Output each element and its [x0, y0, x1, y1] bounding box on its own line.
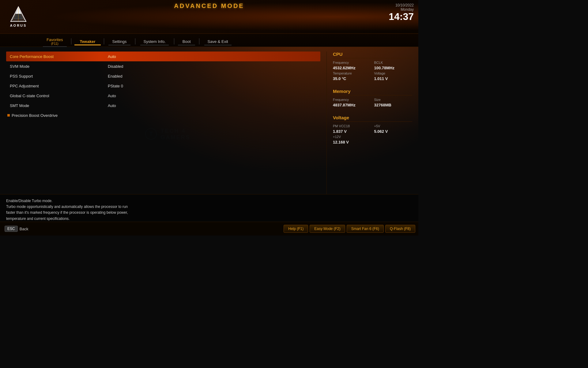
tab-system-info-label: System Info. — [144, 39, 166, 44]
memory-size-value: 32768MB — [374, 103, 413, 107]
tab-settings-label: Settings — [112, 39, 127, 44]
smart-fan-button[interactable]: Smart Fan 6 (F6) — [347, 225, 384, 233]
memory-frequency-label: Frequency — [333, 98, 371, 102]
setting-name-svm-mode: SVM Mode — [6, 64, 104, 69]
tab-favorites[interactable]: Favorites (F11) — [40, 36, 70, 47]
tab-system-info[interactable]: System Info. — [137, 38, 172, 45]
plus5v-value: 5.062 V — [374, 129, 413, 134]
datetime-area: 10/10/2022 Monday 14:37 — [389, 3, 414, 21]
help-button[interactable]: Help (F1) — [284, 225, 308, 233]
nav-divider-1 — [71, 38, 71, 44]
description-text: Enable/Disable Turbo mode. Turbo mode op… — [6, 198, 412, 222]
memory-info-grid: Frequency Size 4837.87MHz 32768MB — [333, 98, 412, 107]
memory-size-label: Size — [374, 98, 413, 102]
description-line2: Turbo mode opportunistically and automat… — [6, 204, 412, 210]
title-area: ADVANCED MODE — [174, 2, 244, 10]
plus12v-value: 12.168 V — [333, 140, 371, 144]
setting-ppc-adjustment[interactable]: PPC Adjustment PState 0 — [6, 81, 320, 91]
watermark-text1: TECH 4 — [160, 128, 190, 134]
time-display: 14:37 — [389, 12, 414, 21]
memory-frequency-value: 4837.87MHz — [333, 103, 371, 107]
setting-precision-boost-overdrive[interactable]: Precision Boost Overdrive — [6, 110, 320, 120]
tab-tweaker-label: Tweaker — [80, 39, 95, 44]
description-line1: Enable/Disable Turbo mode. — [6, 198, 412, 204]
pmvcc18-value: 1.837 V — [333, 129, 371, 134]
tab-boot-label: Boot — [183, 39, 191, 44]
tab-favorites-sublabel: (F11) — [51, 42, 58, 45]
function-bar: ESC Back Help (F1) Easy Mode (F2) Smart … — [0, 222, 418, 236]
cpu-bclk-value: 100.78MHz — [374, 66, 413, 70]
tab-settings[interactable]: Settings — [106, 38, 134, 45]
setting-name-core-performance-boost: Core Performance Boost — [6, 54, 104, 59]
setting-global-cstate[interactable]: Global C-state Control Auto — [6, 91, 320, 101]
settings-panel: Core Performance Boost Auto SVM Mode Dis… — [6, 52, 326, 218]
nav-divider-3 — [135, 38, 135, 44]
cpu-frequency-value: 4532.62MHz — [333, 66, 371, 70]
aorus-logo-icon — [9, 6, 28, 23]
info-panel: CPU Frequency BCLK 4532.62MHz 100.78MHz … — [326, 52, 412, 218]
setting-name-smt-mode: SMT Mode — [6, 103, 104, 108]
description-line4: temperature and current specifications. — [6, 216, 412, 222]
plus12v-value-placeholder — [374, 140, 413, 144]
plus5v-label: +5V — [374, 124, 413, 128]
tab-tweaker[interactable]: Tweaker — [73, 38, 102, 45]
setting-pss-support[interactable]: PSS Support Enabled — [6, 71, 320, 81]
cpu-temperature-value: 35.0 °C — [333, 76, 371, 81]
setting-value-svm-mode: Disabled — [104, 64, 320, 69]
easy-mode-button[interactable]: Easy Mode (F2) — [310, 225, 345, 233]
svg-text:T: T — [149, 131, 153, 137]
setting-value-core-performance-boost: Auto — [104, 54, 320, 59]
esc-label: Back — [20, 227, 28, 231]
setting-value-global-cstate: Auto — [104, 94, 320, 98]
esc-key: ESC — [5, 226, 18, 232]
tab-favorites-label: Favorites — [47, 37, 63, 42]
cpu-temperature-label: Temperature — [333, 71, 371, 75]
setting-svm-mode[interactable]: SVM Mode Disabled — [6, 61, 320, 71]
tab-save-exit-label: Save & Exit — [208, 39, 228, 44]
cpu-section: CPU Frequency BCLK 4532.62MHz 100.78MHz … — [333, 52, 412, 81]
fn-buttons-group: Help (F1) Easy Mode (F2) Smart Fan 6 (F6… — [284, 225, 418, 233]
setting-value-smt-mode: Auto — [104, 103, 320, 108]
nav-divider-5 — [199, 38, 199, 44]
page-title: ADVANCED MODE — [174, 2, 244, 10]
memory-section-title: Memory — [333, 89, 412, 95]
tab-boot[interactable]: Boot — [176, 38, 198, 45]
cpu-section-title: CPU — [333, 52, 412, 58]
nav-divider-4 — [174, 38, 174, 44]
setting-name-pss-support: PSS Support — [6, 74, 104, 79]
cpu-voltage-label: Voltage — [374, 71, 413, 75]
memory-section: Memory Frequency Size 4837.87MHz 32768MB — [333, 89, 412, 107]
plus12v-label: +12V — [333, 135, 371, 139]
cpu-info-grid: Frequency BCLK 4532.62MHz 100.78MHz Temp… — [333, 61, 412, 81]
setting-name-global-cstate: Global C-state Control — [6, 94, 104, 98]
setting-value-pss-support: Enabled — [104, 74, 320, 79]
setting-name-precision-boost-overdrive: Precision Boost Overdrive — [12, 113, 107, 118]
watermark: T TECH 4 GAMERS — [144, 127, 190, 141]
plus12v-placeholder — [374, 135, 413, 139]
pmvcc18-label: PM VCC18 — [333, 124, 371, 128]
setting-core-performance-boost[interactable]: Core Performance Boost Auto — [6, 52, 320, 61]
setting-smt-mode[interactable]: SMT Mode Auto — [6, 101, 320, 110]
date-value: 10/10/2022 — [395, 3, 414, 7]
watermark-icon: T — [144, 127, 158, 141]
cpu-bclk-label: BCLK — [374, 61, 413, 64]
voltage-info-grid: PM VCC18 +5V 1.837 V 5.062 V +12V 12.168… — [333, 124, 412, 144]
setting-name-ppc-adjustment: PPC Adjustment — [6, 84, 104, 88]
qflash-button[interactable]: Q-Flash (F8) — [385, 225, 415, 233]
voltage-section: Voltage PM VCC18 +5V 1.837 V 5.062 V +12… — [333, 115, 412, 144]
nav-bar: Favorites (F11) Tweaker Settings System … — [0, 34, 418, 47]
description-bar: Enable/Disable Turbo mode. Turbo mode op… — [0, 194, 418, 222]
esc-back-button[interactable]: ESC Back — [0, 224, 33, 234]
date-display: 10/10/2022 Monday — [389, 3, 414, 12]
voltage-section-title: Voltage — [333, 115, 412, 122]
nav-divider-2 — [104, 38, 104, 44]
logo-text: AORUS — [10, 24, 27, 27]
logo-area: AORUS — [0, 3, 37, 30]
watermark-text2: GAMERS — [160, 134, 190, 140]
tab-save-exit[interactable]: Save & Exit — [201, 38, 235, 45]
cpu-voltage-value: 1.011 V — [374, 76, 413, 81]
description-line3: faster than it's marked frequency if the… — [6, 210, 412, 216]
bullet-icon — [7, 114, 10, 117]
header: AORUS ADVANCED MODE 10/10/2022 Monday 14… — [0, 0, 418, 34]
cpu-frequency-label: Frequency — [333, 61, 371, 64]
